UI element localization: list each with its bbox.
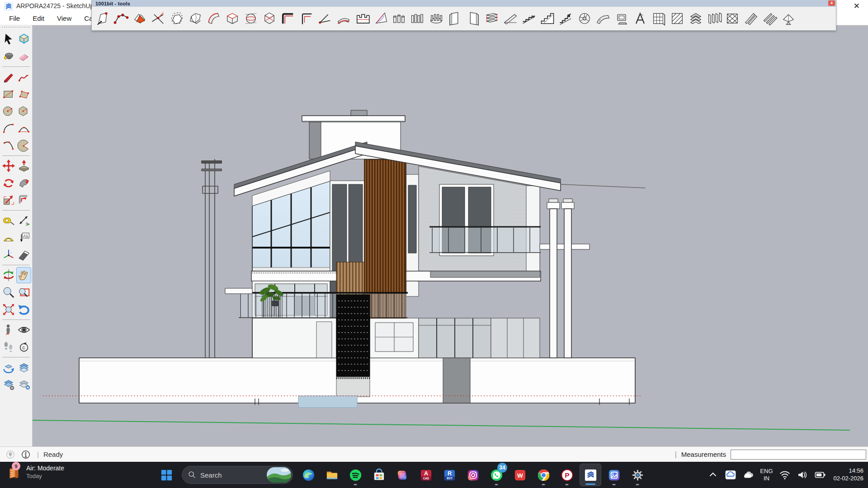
1001bit-box-top-icon[interactable] xyxy=(223,8,241,29)
move-tool-button[interactable] xyxy=(1,158,16,174)
select-tool-button[interactable] xyxy=(1,31,16,47)
sketchup-taskbar-icon[interactable] xyxy=(580,464,601,486)
three-point-arc-tool-button[interactable] xyxy=(1,137,16,154)
1001bit-hatch-panel-icon[interactable] xyxy=(668,8,686,29)
wps-taskbar-icon[interactable]: W xyxy=(509,464,531,486)
menu-view[interactable]: View xyxy=(51,14,78,22)
two-point-arc-tool-button[interactable] xyxy=(16,120,31,136)
1001bit-ramp-icon[interactable] xyxy=(501,8,519,29)
1001bit-window-panel-icon[interactable] xyxy=(612,8,631,29)
follow-me-tool-button[interactable] xyxy=(16,175,31,191)
1001bit-rafters-icon[interactable] xyxy=(742,8,760,29)
plugin-toolbar-close-button[interactable]: x xyxy=(828,0,835,6)
1001bit-frame-stand-icon[interactable] xyxy=(631,8,649,29)
plugin-toolbar-titlebar[interactable]: 1001bit - tools x xyxy=(92,0,836,7)
battery-icon[interactable] xyxy=(814,469,826,481)
1001bit-columns-ring-icon[interactable] xyxy=(427,8,445,29)
paint-bucket-tool-button[interactable] xyxy=(1,48,16,65)
offset-tool-button[interactable] xyxy=(16,192,31,208)
position-camera-tool-button[interactable] xyxy=(1,322,16,338)
weather-cloud-icon[interactable] xyxy=(742,469,754,481)
push-pull-tool-button[interactable] xyxy=(16,158,31,174)
1001bit-corner-profile-icon[interactable] xyxy=(297,8,316,29)
rotated-rectangle-tool-button[interactable] xyxy=(16,86,31,102)
1001bit-shelf-stack-icon[interactable] xyxy=(482,8,501,29)
dimensions-tool-button[interactable]: 3 xyxy=(16,212,31,229)
revit-taskbar-icon[interactable]: RRVT xyxy=(439,464,460,486)
1001bit-extrude-face-icon[interactable] xyxy=(93,8,112,29)
1001bit-snap-lines-icon[interactable] xyxy=(149,8,167,29)
explorer-taskbar-icon[interactable] xyxy=(321,464,343,486)
settings-taskbar-icon[interactable] xyxy=(627,464,648,486)
1001bit-columns-row-icon[interactable] xyxy=(390,8,408,29)
tray-chevron-up-icon[interactable] xyxy=(707,469,719,481)
text-tool-button[interactable]: A1 xyxy=(16,230,31,246)
layers-stack-alt-tool-button[interactable] xyxy=(1,376,16,393)
edge-taskbar-icon[interactable] xyxy=(297,464,319,486)
rectangle-tool-button[interactable] xyxy=(1,86,16,102)
zoom-tool-button[interactable] xyxy=(1,284,16,300)
menu-file[interactable]: File xyxy=(3,14,26,22)
1001bit-curved-wall-icon[interactable] xyxy=(334,8,353,29)
1001bit-stair-landing-icon[interactable] xyxy=(557,8,575,29)
tape-measure-tool-button[interactable] xyxy=(1,212,16,229)
1001bit-staircase-icon[interactable] xyxy=(538,8,557,29)
layers-refresh-tool-button[interactable] xyxy=(1,359,16,375)
volume-icon[interactable] xyxy=(797,469,808,481)
scale-tool-button[interactable] xyxy=(1,192,16,208)
1001bit-stair-flight-icon[interactable] xyxy=(519,8,538,29)
start-button[interactable] xyxy=(156,464,177,486)
line-tool-button[interactable] xyxy=(1,69,16,85)
1001bit-folded-plate-icon[interactable] xyxy=(779,8,797,29)
copilot-taskbar-icon[interactable] xyxy=(392,464,413,486)
rotate-tool-button[interactable] xyxy=(1,175,16,191)
polygon-tool-button[interactable] xyxy=(16,103,31,119)
zoom-extents-tool-button[interactable] xyxy=(1,301,16,318)
axes-tool-button[interactable] xyxy=(1,247,16,263)
1001bit-offset-polygon-icon[interactable] xyxy=(167,8,186,29)
taskbar-weather-widget[interactable]: 9 Air: Moderate Today xyxy=(6,465,64,480)
menu-edit[interactable]: Edit xyxy=(26,14,51,22)
1001bit-lattice-icon[interactable] xyxy=(723,8,742,29)
freehand-tool-button[interactable] xyxy=(16,69,31,85)
taskbar-clock[interactable]: 14:56 02-02-2026 xyxy=(834,467,864,483)
1001bit-rafters-alt-icon[interactable] xyxy=(760,8,779,29)
store-taskbar-icon[interactable] xyxy=(368,464,390,486)
measurements-input[interactable] xyxy=(731,450,866,460)
look-around-tool-button[interactable] xyxy=(16,322,31,338)
onedrive-icon[interactable] xyxy=(725,469,736,481)
protractor-tool-button[interactable] xyxy=(1,230,16,246)
eraser-tool-button[interactable] xyxy=(16,48,31,65)
wifi-icon[interactable] xyxy=(779,469,791,481)
language-indicator[interactable]: ENG IN xyxy=(760,468,773,482)
circle-tool-button[interactable] xyxy=(1,103,16,119)
photos-taskbar-icon[interactable] xyxy=(603,464,625,486)
section-plane-tool-button[interactable] xyxy=(16,247,31,263)
1001bit-sail-panel-icon[interactable] xyxy=(371,8,390,29)
1001bit-corner-flashing-icon[interactable] xyxy=(278,8,297,29)
1001bit-columns-cluster-icon[interactable] xyxy=(408,8,427,29)
toolbar-drag-handle[interactable] xyxy=(2,27,30,29)
search-highlight-image[interactable] xyxy=(267,467,291,483)
1001bit-crumple-surface-icon[interactable] xyxy=(130,8,149,29)
1001bit-curved-ramp-icon[interactable] xyxy=(594,8,612,29)
1001bit-box-cross-icon[interactable] xyxy=(260,8,278,29)
taskbar-search-box[interactable]: Search xyxy=(182,466,293,484)
window-close-button[interactable]: ✕ xyxy=(854,1,860,11)
pie-tool-button[interactable] xyxy=(16,137,31,154)
credits-info-icon[interactable] xyxy=(21,450,31,460)
pan-tool-button[interactable] xyxy=(16,267,31,283)
whatsapp-taskbar-icon[interactable]: 34 xyxy=(486,464,507,486)
zoom-window-tool-button[interactable] xyxy=(16,284,31,300)
geolocation-icon[interactable] xyxy=(5,450,15,460)
arc-tool-button[interactable] xyxy=(1,120,16,136)
1001bit-chevron-louvers-icon[interactable] xyxy=(686,8,705,29)
1001bit-grille-panel-icon[interactable] xyxy=(649,8,668,29)
layers-settings-tool-button[interactable] xyxy=(16,376,31,393)
autocad-taskbar-icon[interactable]: ACAD xyxy=(415,464,437,486)
make-component-tool-button[interactable] xyxy=(16,31,31,47)
orbit-tool-button[interactable] xyxy=(1,267,16,283)
1001bit-sphere-box-icon[interactable] xyxy=(241,8,260,29)
layers-stack-tool-button[interactable] xyxy=(16,359,31,375)
1001bit-polyline-vertices-icon[interactable] xyxy=(112,8,130,29)
